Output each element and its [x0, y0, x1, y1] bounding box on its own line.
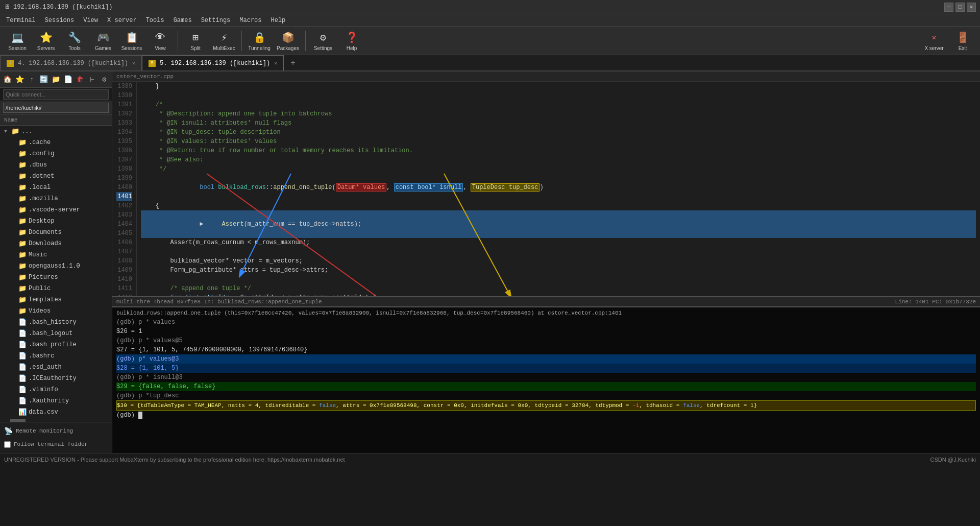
tree-item-downloads[interactable]: 📁 Downloads	[0, 238, 112, 249]
menu-macros[interactable]: Macros	[235, 16, 265, 25]
settings-icon: ⚙	[316, 30, 330, 44]
toolbar-multiexec[interactable]: ⚡ MultiExec	[211, 28, 237, 54]
minimize-button[interactable]: ─	[944, 3, 953, 12]
sidebar-star-btn[interactable]: ⭐	[14, 74, 26, 85]
tree-item-vscode[interactable]: 📁 .vscode-server	[0, 204, 112, 216]
tree-item-dotnet[interactable]: 📁 .dotnet	[0, 171, 112, 182]
code-line-1400: {	[141, 201, 976, 210]
menu-tools[interactable]: Tools	[142, 16, 168, 25]
debug-line-10: $30 = {tdTableAmType = TAM_HEAP, natts =…	[116, 400, 976, 411]
tree-item-desktop[interactable]: 📁 Desktop	[0, 216, 112, 227]
toolbar-games[interactable]: 🎮 Games	[90, 28, 116, 54]
sidebar: 🏠 ⭐ ↑ 🔄 📁 📄 🗑 ⊢ ⚙ Name ▼ 📁 ...	[0, 71, 112, 453]
multiexec-label: MultiExec	[213, 45, 235, 51]
expand-dotdot: ▼	[4, 129, 11, 134]
tab-add-button[interactable]: +	[286, 56, 300, 70]
sidebar-folder-btn[interactable]: 📁	[51, 74, 62, 85]
file-icon-ice: 📄	[18, 374, 27, 382]
debug-panel: bulkload_rows::append_one_tuple (this=0x…	[112, 306, 980, 453]
tree-item-mozilla[interactable]: 📁 .mozilla	[0, 193, 112, 204]
tree-item-music[interactable]: 📁 Music	[0, 249, 112, 260]
sidebar-refresh-btn[interactable]: 🔄	[38, 74, 50, 85]
xserver-label: X server	[924, 45, 943, 51]
file-icon-bash-logout: 📄	[18, 329, 27, 338]
toolbar-session[interactable]: 💻 Session	[4, 28, 31, 54]
tunneling-label: Tunneling	[248, 45, 271, 51]
sidebar-home-btn[interactable]: 🏠	[2, 74, 13, 85]
folder-icon-desktop: 📁	[18, 217, 27, 225]
menu-bar: Terminal Sessions View X server Tools Ga…	[0, 14, 980, 27]
close-button[interactable]: ✕	[967, 3, 976, 12]
tree-item-documents[interactable]: 📁 Documents	[0, 227, 112, 238]
toolbar-sessions[interactable]: 📋 Sessions	[118, 28, 145, 54]
tree-item-datacsv[interactable]: 📊 data.csv	[0, 407, 112, 418]
tree-item-bash-history[interactable]: 📄 .bash_history	[0, 317, 112, 328]
line-numbers: 1389 1390 1391 1392 1393 1394 1395 1396 …	[112, 82, 137, 296]
sidebar-file-btn[interactable]: 📄	[62, 74, 74, 85]
tree-item-esd-auth[interactable]: 📄 .esd_auth	[0, 362, 112, 373]
follow-terminal-checkbox[interactable]	[4, 441, 11, 448]
tree-item-viminfo[interactable]: 📄 .viminfo	[0, 384, 112, 395]
debug-line-7: (gdb) p * isnull@3	[116, 373, 976, 382]
status-right-text: CSDN @J.Kuchiki	[930, 457, 976, 463]
title-bar-controls[interactable]: ─ □ ✕	[944, 3, 976, 12]
toolbar-tunneling[interactable]: 🔒 Tunneling	[246, 28, 273, 54]
toolbar-tools[interactable]: 🔧 Tools	[61, 28, 88, 54]
toolbar-settings[interactable]: ⚙ Settings	[310, 28, 336, 54]
tree-item-bash-profile[interactable]: 📄 .bash_profile	[0, 339, 112, 350]
label-opengauss: opengauss1.1.0	[29, 262, 80, 270]
menu-settings[interactable]: Settings	[197, 16, 235, 25]
toolbar-help[interactable]: ❓ Help	[338, 28, 365, 54]
toolbar-split[interactable]: ⊞ Split	[182, 28, 209, 54]
tab5-close[interactable]: ✕	[274, 60, 277, 66]
code-line-1407: /* append one tuple */	[141, 284, 976, 293]
remote-monitoring-item[interactable]: 📡 Remote monitoring	[4, 424, 108, 438]
toolbar-servers[interactable]: ⭐ Servers	[33, 28, 59, 54]
tree-item-ice[interactable]: 📄 .ICEauthority	[0, 373, 112, 384]
code-line-1395: * @IN values: attributes' values	[141, 137, 976, 146]
tree-item-local[interactable]: 📁 .local	[0, 182, 112, 193]
label-viminfo: .viminfo	[29, 386, 58, 393]
maximize-button[interactable]: □	[955, 3, 965, 12]
tree-item-config[interactable]: 📁 .config	[0, 148, 112, 159]
path-bar	[0, 101, 112, 114]
menu-xserver[interactable]: X server	[103, 16, 141, 25]
toolbar-exit[interactable]: 🚪 Exit	[949, 28, 976, 54]
sidebar-up-btn[interactable]: ↑	[26, 74, 37, 85]
sidebar-dot-btn[interactable]: ⚙	[99, 74, 110, 85]
tree-item-xauthority[interactable]: 📄 .Xauthority	[0, 395, 112, 407]
tree-item-bash-logout[interactable]: 📄 .bash_logout	[0, 328, 112, 339]
tree-item-dotdot[interactable]: ▼ 📁 ...	[0, 126, 112, 137]
tree-item-pictures[interactable]: 📁 Pictures	[0, 272, 112, 283]
toolbar-view[interactable]: 👁 View	[147, 28, 174, 54]
menu-sessions[interactable]: Sessions	[41, 16, 79, 25]
sidebar-scrollbar[interactable]	[10, 419, 26, 422]
status-bar: UNREGISTERED VERSION - Please support Mo…	[0, 453, 980, 465]
label-dbus: .dbus	[29, 161, 47, 169]
menu-terminal[interactable]: Terminal	[2, 16, 40, 25]
label-documents: Documents	[29, 229, 62, 236]
tree-item-templates[interactable]: 📁 Templates	[0, 294, 112, 305]
toolbar-xserver[interactable]: ✕ X server	[921, 28, 947, 54]
menu-help[interactable]: Help	[267, 16, 290, 25]
tree-item-cache[interactable]: 📁 .cache	[0, 137, 112, 148]
tree-item-public[interactable]: 📁 Public	[0, 283, 112, 294]
sidebar-delete-btn[interactable]: 🗑	[75, 74, 86, 85]
tab4-close[interactable]: ✕	[132, 60, 135, 66]
toolbar-packages[interactable]: 📦 Packages	[275, 28, 301, 54]
tab-5[interactable]: 5 5. 192.168.136.139 ([kuchiki]) ✕	[142, 55, 284, 70]
sidebar-nav-btn[interactable]: ⊢	[87, 74, 98, 85]
folder-icon-pictures: 📁	[18, 273, 27, 281]
tree-item-opengauss[interactable]: 📁 opengauss1.1.0	[0, 260, 112, 272]
path-input[interactable]	[3, 103, 109, 113]
tab-4[interactable]: 4 4. 192.168.136.139 ([kuchiki]) ✕	[0, 55, 142, 70]
follow-terminal-item[interactable]: Follow terminal folder	[4, 438, 108, 451]
menu-games[interactable]: Games	[169, 16, 196, 25]
quick-connect-input[interactable]	[3, 89, 109, 100]
folder-icon-videos: 📁	[18, 307, 27, 315]
xserver-icon: ✕	[927, 30, 941, 44]
tree-item-bashrc[interactable]: 📄 .bashrc	[0, 350, 112, 362]
menu-view[interactable]: View	[79, 16, 102, 25]
tree-item-dbus[interactable]: 📁 .dbus	[0, 159, 112, 171]
tree-item-videos[interactable]: 📁 Videos	[0, 305, 112, 317]
